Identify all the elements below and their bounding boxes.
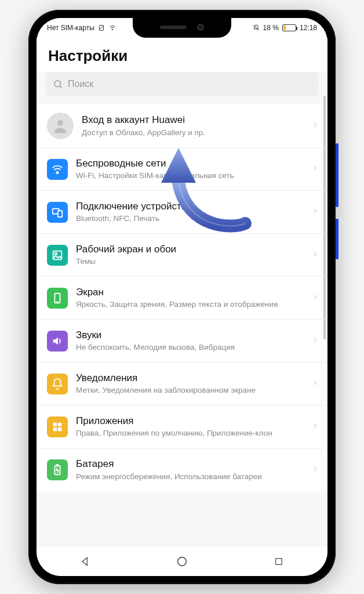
svg-point-6: [57, 120, 63, 126]
power-button: [336, 219, 338, 259]
row-account[interactable]: Вход в аккаунт Huawei Доступ в Облако, A…: [37, 104, 327, 148]
svg-rect-16: [53, 427, 57, 430]
search-icon: [53, 79, 63, 89]
page-title: Настройки: [37, 38, 327, 72]
row-subtitle: Не беспокоить, Мелодия вызова, Вибрация: [76, 342, 304, 353]
mute-icon: [253, 24, 260, 31]
row-subtitle: Wi-Fi, Настройки SIM-карт, Мобильная сет…: [76, 171, 304, 181]
row-notifications[interactable]: Уведомления Метки, Уведомления на заблок…: [37, 363, 327, 405]
svg-point-2: [112, 29, 113, 30]
svg-point-21: [178, 557, 187, 566]
notch: [133, 18, 231, 38]
battery-icon: [282, 24, 296, 31]
chevron-right-icon: [312, 164, 318, 175]
battery-percent: 18 %: [263, 24, 279, 32]
row-device-connection[interactable]: Подключение устройства Bluetooth, NFC, П…: [37, 191, 327, 234]
row-home-wallpaper[interactable]: Рабочий экран и обои Темы: [37, 234, 327, 277]
svg-point-11: [54, 252, 57, 255]
svg-line-5: [60, 86, 62, 88]
row-subtitle: Метки, Уведомления на заблокированном эк…: [76, 385, 304, 396]
chevron-right-icon: [312, 207, 318, 218]
row-subtitle: Режим энергосбережения, Использование ба…: [76, 472, 304, 482]
wifi-icon: [108, 24, 117, 31]
row-subtitle: Bluetooth, NFC, Печать: [76, 213, 304, 224]
chevron-right-icon: [312, 292, 318, 304]
wallpaper-icon: [47, 245, 68, 266]
avatar-icon: [47, 113, 74, 139]
chevron-right-icon: [312, 464, 318, 476]
chevron-right-icon: [312, 335, 318, 347]
svg-line-1: [99, 26, 104, 30]
row-subtitle: Доступ в Облако, AppGallery и пр.: [82, 128, 304, 138]
row-title: Батарея: [76, 458, 304, 470]
row-title: Звуки: [76, 329, 304, 341]
clock: 12:18: [300, 24, 317, 32]
row-subtitle: Яркость, Защита зрения, Размер текста и …: [76, 299, 304, 310]
svg-rect-22: [276, 558, 282, 564]
devices-icon: [47, 202, 68, 223]
sim-status-text: Нет SIM-карты: [47, 24, 94, 32]
svg-point-4: [54, 81, 61, 87]
row-title: Подключение устройства: [76, 200, 304, 212]
nav-back-button[interactable]: [68, 550, 103, 573]
chevron-right-icon: [312, 421, 318, 433]
settings-list: Вход в аккаунт Huawei Доступ в Облако, A…: [37, 104, 327, 491]
display-icon: [47, 288, 68, 309]
svg-rect-10: [53, 251, 62, 259]
search-input[interactable]: Поиск: [46, 72, 318, 96]
nav-recent-button[interactable]: [261, 550, 296, 573]
phone-frame: Нет SIM-карты 18 % 12:18: [28, 10, 336, 584]
volume-button: [336, 143, 338, 207]
svg-point-7: [56, 171, 58, 173]
navigation-bar: [37, 546, 327, 576]
row-wireless[interactable]: Беспроводные сети Wi-Fi, Настройки SIM-к…: [37, 148, 327, 191]
wifi-settings-icon: [47, 159, 68, 180]
svg-rect-19: [56, 465, 59, 466]
row-title: Приложения: [76, 415, 304, 427]
row-title: Уведомления: [76, 372, 304, 384]
svg-marker-20: [82, 557, 87, 565]
svg-rect-17: [58, 427, 61, 430]
chevron-right-icon: [312, 249, 318, 261]
svg-rect-15: [58, 422, 61, 426]
row-title: Экран: [76, 286, 304, 298]
row-title: Рабочий экран и обои: [76, 243, 304, 255]
search-placeholder: Поиск: [68, 79, 93, 89]
speaker: [160, 26, 187, 29]
battery-settings-icon: [47, 459, 68, 480]
svg-rect-9: [58, 211, 62, 217]
sound-icon: [47, 331, 68, 352]
row-apps[interactable]: Приложения Права, Приложения по умолчани…: [37, 405, 327, 448]
row-battery[interactable]: Батарея Режим энергосбережения, Использо…: [37, 448, 327, 491]
row-sounds[interactable]: Звуки Не беспокоить, Мелодия вызова, Виб…: [37, 320, 327, 363]
chevron-right-icon: [312, 378, 318, 390]
apps-icon: [47, 416, 68, 437]
svg-rect-14: [53, 422, 57, 426]
row-title: Вход в аккаунт Huawei: [82, 114, 304, 126]
no-sim-icon: [98, 24, 105, 31]
row-display[interactable]: Экран Яркость, Защита зрения, Размер тек…: [37, 277, 327, 320]
nav-home-button[interactable]: [165, 550, 199, 573]
content-area: Настройки Поиск Вход в аккаунт Huawei До…: [37, 38, 327, 546]
row-title: Беспроводные сети: [76, 157, 304, 169]
chevron-right-icon: [312, 120, 318, 132]
screen: Нет SIM-карты 18 % 12:18: [37, 18, 327, 576]
row-subtitle: Темы: [76, 256, 304, 267]
front-camera: [197, 24, 204, 31]
bell-icon: [47, 374, 68, 394]
row-subtitle: Права, Приложения по умолчанию, Приложен…: [76, 428, 304, 439]
